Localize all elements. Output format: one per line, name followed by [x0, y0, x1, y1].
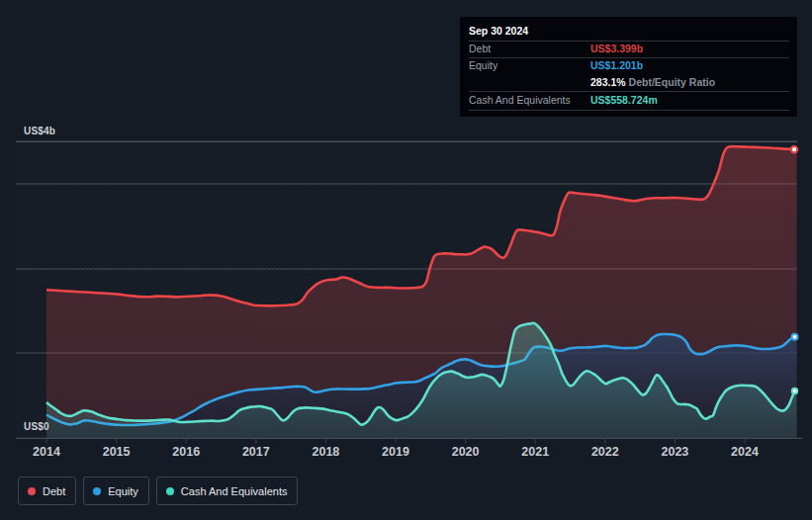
- svg-text:2019: 2019: [382, 445, 409, 459]
- svg-text:2020: 2020: [452, 445, 480, 459]
- svg-text:2016: 2016: [172, 445, 200, 459]
- svg-text:2023: 2023: [661, 445, 688, 459]
- svg-text:2015: 2015: [103, 445, 131, 459]
- svg-text:2024: 2024: [731, 445, 759, 459]
- svg-text:US$4b: US$4b: [24, 126, 55, 136]
- svg-text:2022: 2022: [591, 445, 619, 459]
- svg-text:2014: 2014: [33, 445, 60, 459]
- svg-text:2021: 2021: [521, 445, 549, 459]
- svg-text:US$0: US$0: [24, 421, 49, 432]
- svg-text:2018: 2018: [312, 445, 339, 459]
- svg-text:2017: 2017: [242, 445, 270, 459]
